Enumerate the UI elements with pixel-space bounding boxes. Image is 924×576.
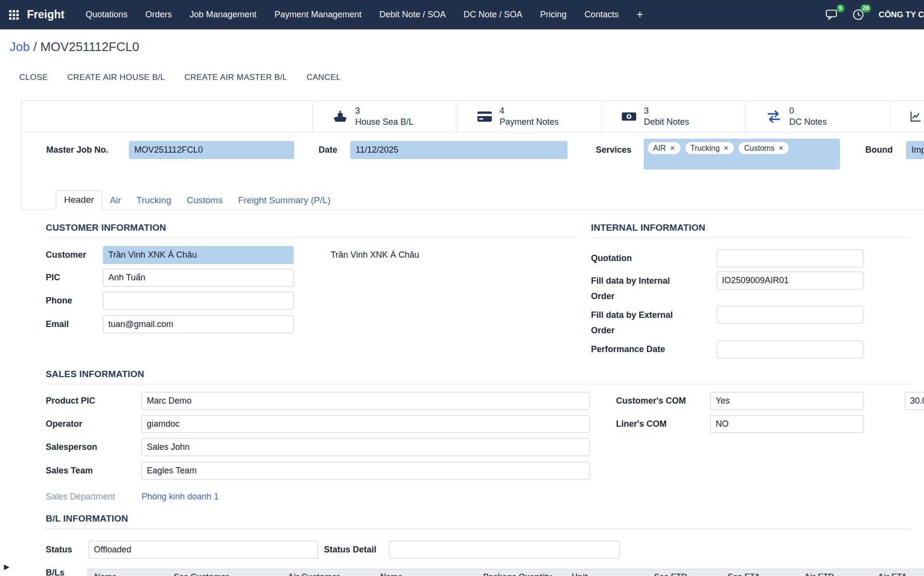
cancel-button[interactable]: CANCEL [307,70,341,85]
customer-input[interactable] [103,246,294,264]
date-input[interactable] [350,141,567,159]
liner-com-label: Liner's COM [616,415,667,433]
messages-button[interactable]: 5 [825,9,838,21]
sales-team-input[interactable] [141,462,590,480]
services-label: Services [596,141,631,159]
phone-input[interactable] [103,292,294,310]
debit-notes-count: 3 [644,105,689,117]
email-label: Email [46,315,69,333]
nav-item-dc-note-soa[interactable]: DC Note / SOA [463,10,522,20]
breadcrumb-job-link[interactable]: Job [10,39,30,54]
bound-label: Bound [865,141,893,159]
swap-arrows-icon [765,108,783,125]
remove-tag-icon[interactable]: ✕ [778,144,783,152]
house-sea-bl-label: House Sea B/L [355,117,413,128]
status-detail-input[interactable] [389,541,620,559]
tab-air[interactable]: Air [102,191,128,209]
apps-grid-icon[interactable] [9,10,19,20]
form-sheet-top: 3 House Sea B/L 4 Payment Notes [21,100,924,209]
col-unit[interactable]: Unit [572,572,588,576]
col-air-customer[interactable]: Air Customer [288,572,340,576]
debit-notes-stat-button[interactable]: 3 Debit Notes [602,101,746,132]
main-menu: Quotations Orders Job Management Payment… [86,9,643,21]
nav-item-orders[interactable]: Orders [145,10,172,20]
com-rate-input[interactable] [905,392,924,410]
house-sea-bl-stat-button[interactable]: 3 House Sea B/L [313,101,457,132]
services-tags-field[interactable]: AIR ✕ Trucking ✕ Customs ✕ [644,139,840,170]
nav-item-pricing[interactable]: Pricing [540,10,566,20]
service-tag-air[interactable]: AIR ✕ [647,142,681,155]
nav-item-payment-management[interactable]: Payment Management [274,10,361,20]
col-air-etd[interactable]: Air ETD [804,572,834,576]
messages-count-badge: 5 [836,4,845,13]
tab-header[interactable]: Header [56,190,102,209]
product-pic-label: Product PIC [46,392,95,410]
payment-notes-stat-button[interactable]: 4 Payment Notes [457,101,602,132]
email-input[interactable] [103,315,294,333]
banknote-icon [621,108,637,125]
nav-item-contacts[interactable]: Contacts [584,10,618,20]
nav-item-job-management[interactable]: Job Management [190,10,257,20]
ship-icon [332,108,348,125]
remove-tag-icon[interactable]: ✕ [670,144,675,152]
product-pic-input[interactable] [141,392,590,410]
customer-information-title: CUSTOMER INFORMATION [46,222,578,238]
salesperson-label: Salesperson [46,438,97,456]
nav-item-quotations[interactable]: Quotations [86,10,128,20]
col-sea-etd[interactable]: Sea ETD [654,572,687,576]
service-tag-customs[interactable]: Customs ✕ [738,142,789,155]
nav-item-debit-note-soa[interactable]: Debit Note / SOA [379,10,446,20]
activities-button[interactable]: 28 [852,9,864,21]
bl-information-title: B/L INFORMATION [46,513,911,529]
sales-department-link[interactable]: Phòng kinh doanh 1 [141,488,218,506]
col-sea-customer[interactable]: Sea Customer [174,572,229,576]
breadcrumb-separator: / [33,39,37,54]
dc-notes-stat-button[interactable]: 0 DC Notes [746,101,890,132]
create-air-house-bl-button[interactable]: CREATE AIR HOUSE B/L [67,70,165,85]
bls-rows-label: B/Ls [46,568,64,576]
col-sea-eta[interactable]: Sea ETA [728,572,760,576]
pic-input[interactable] [103,269,294,287]
job-form-page: Freight Quotations Orders Job Management… [0,0,924,576]
company-menu[interactable]: CÔNG TY C [879,10,924,20]
service-tag-air-label: AIR [653,144,666,153]
master-job-input[interactable] [129,141,294,159]
close-button[interactable]: CLOSE [19,70,48,85]
col-name[interactable]: Name [94,572,116,576]
col-name-2[interactable]: Name [380,572,402,576]
add-menu-button[interactable]: + [636,8,643,21]
dc-notes-label: DC Notes [789,117,827,128]
customer-com-input[interactable] [710,392,863,410]
col-package-quantity[interactable]: Package Quantity [483,572,552,576]
service-tag-trucking[interactable]: Trucking ✕ [685,142,735,155]
expand-row-icon[interactable]: ▶ [4,563,10,571]
fill-internal-order-input[interactable] [717,272,863,289]
remove-tag-icon[interactable]: ✕ [723,144,729,152]
status-input[interactable] [89,541,318,559]
stat-button-row: 3 House Sea B/L 4 Payment Notes [22,100,924,132]
liner-com-input[interactable] [710,415,863,433]
app-brand[interactable]: Freight [27,8,64,21]
tab-trucking[interactable]: Trucking [129,191,179,209]
service-tag-trucking-label: Trucking [691,144,720,153]
tab-customs[interactable]: Customs [179,191,231,209]
master-job-label: Master Job No. [46,141,108,159]
sales-team-label: Sales Team [46,462,93,480]
bl-table-header: Name Sea Customer Air Customer Name Pack… [87,569,924,576]
credit-card-icon [476,108,493,125]
operator-label: Operator [46,415,82,433]
salesperson-input[interactable] [141,438,590,456]
performance-date-input[interactable] [717,340,863,358]
dc-notes-count: 0 [789,105,827,117]
tab-freight-summary[interactable]: Freight Summary (P/L) [231,191,338,209]
pl-summary-stat-button[interactable] [890,101,922,132]
col-air-eta[interactable]: Air ETA [878,572,907,576]
bound-input[interactable] [906,141,924,159]
create-air-master-bl-button[interactable]: CREATE AIR MASTER B/L [184,70,287,85]
chart-icon [910,108,922,125]
breadcrumb: Job / MOV251112FCL0 [10,39,139,54]
quotation-input[interactable] [717,249,863,267]
internal-information-title: INTERNAL INFORMATION [591,222,911,238]
fill-external-order-input[interactable] [717,306,863,324]
operator-input[interactable] [141,415,590,433]
